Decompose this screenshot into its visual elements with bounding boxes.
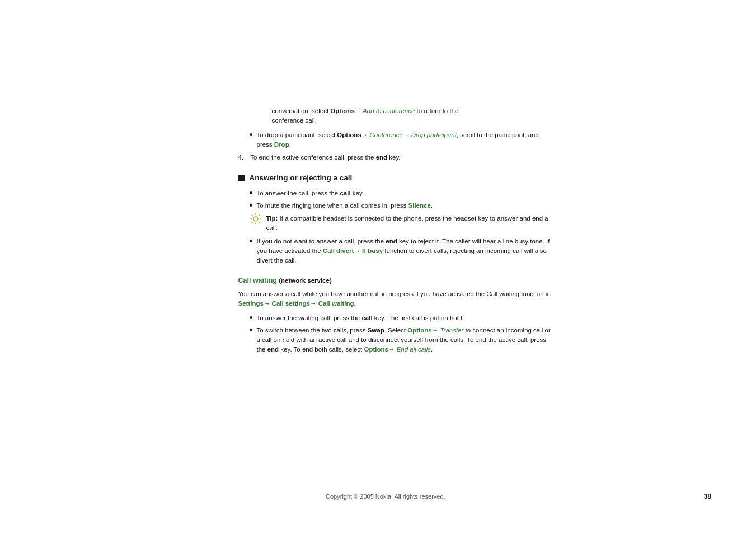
call-waiting-green: Call waiting xyxy=(316,300,354,307)
bullet-switch: To switch between the two calls, press S… xyxy=(250,326,552,355)
bullet-drop-text: To drop a participant, select Options→ C… xyxy=(257,130,552,150)
svg-line-5 xyxy=(251,215,252,216)
heading-square-icon xyxy=(238,175,245,181)
bullet-list-answering: To answer the call, press the call key. … xyxy=(250,189,552,211)
bullet-dot-1 xyxy=(250,133,252,136)
drop-participant-italic: Drop participant xyxy=(409,132,456,138)
call-waiting-green-heading: Call waiting xyxy=(238,277,277,284)
options-text: Options xyxy=(330,107,354,114)
bullet-dot-3 xyxy=(250,204,252,207)
bullet-dot-2 xyxy=(250,191,252,194)
bullet-dot-6 xyxy=(250,329,252,331)
bullet-dot-4 xyxy=(250,240,252,242)
transfer-italic: Transfer xyxy=(438,327,463,334)
svg-line-7 xyxy=(259,215,260,216)
if-busy-green: If busy xyxy=(360,247,383,254)
bullet-mute: To mute the ringing tone when a call com… xyxy=(250,201,552,210)
content-area: conversation, select Options→ Add to con… xyxy=(238,106,552,358)
call-divert-green: Call divert xyxy=(323,247,354,254)
call-waiting-normal-heading: (network service) xyxy=(277,277,332,284)
bullet-list-reject: If you do not want to answer a call, pre… xyxy=(250,237,552,266)
numbered-item-4: 4. To end the active conference call, pr… xyxy=(238,153,552,162)
svg-point-0 xyxy=(253,217,258,221)
call-key-bold-2: call xyxy=(361,315,372,321)
end-key-bold-3: end xyxy=(267,346,279,353)
options-green-2: Options xyxy=(407,327,431,334)
bullet-list-callwaiting: To answer the waiting call, press the ca… xyxy=(250,313,552,355)
conference-italic: Conference xyxy=(368,132,403,138)
arrow1: → xyxy=(355,107,361,114)
options-bold-1: Options xyxy=(337,132,361,138)
subsection-call-waiting: Call waiting (network service) xyxy=(238,275,552,286)
indent-line2: conference call. xyxy=(272,116,552,125)
drop-green: Drop xyxy=(274,141,289,148)
svg-line-6 xyxy=(259,222,260,223)
tip-label: Tip: xyxy=(266,215,278,222)
bullet-answer-text: To answer the call, press the call key. xyxy=(257,189,364,198)
tip-box: Tip: If a compatible headset is connecte… xyxy=(250,214,552,233)
settings-green: Settings xyxy=(238,300,264,307)
page-footer: Copyright © 2005 Nokia. All rights reser… xyxy=(0,493,756,500)
end-all-italic: End all calls xyxy=(395,346,431,353)
add-to-conference-text: Add to conference xyxy=(361,107,415,114)
swap-bold: Swap xyxy=(368,327,384,334)
call-settings-green: Call settings xyxy=(270,300,310,307)
indent-conversation-block: conversation, select Options→ Add to con… xyxy=(272,106,552,126)
tip-text: Tip: If a compatible headset is connecte… xyxy=(266,214,552,233)
num-4: 4. xyxy=(238,153,244,162)
svg-line-8 xyxy=(251,222,252,223)
bullet-switch-text: To switch between the two calls, press S… xyxy=(257,326,552,355)
copyright-text: Copyright © 2005 Nokia. All rights reser… xyxy=(67,493,704,500)
bullet-waiting-answer: To answer the waiting call, press the ca… xyxy=(250,313,552,323)
num4-text: To end the active conference call, press… xyxy=(247,153,400,162)
page: conversation, select Options→ Add to con… xyxy=(0,0,756,534)
call-key-bold-1: call xyxy=(340,190,350,196)
section-heading-text: Answering or rejecting a call xyxy=(250,172,353,184)
silence-green: Silence xyxy=(408,202,431,209)
bullet-dot-5 xyxy=(250,316,252,319)
bullet-drop-participant: To drop a participant, select Options→ C… xyxy=(250,130,552,150)
tip-icon xyxy=(250,213,262,225)
end-key-bold-1: end xyxy=(376,154,387,161)
options-green-3: Options xyxy=(364,346,388,353)
end-key-bold-2: end xyxy=(386,238,397,245)
bullet-mute-text: To mute the ringing tone when a call com… xyxy=(257,201,433,210)
bullet-reject: If you do not want to answer a call, pre… xyxy=(250,237,552,266)
bullet-reject-text: If you do not want to answer a call, pre… xyxy=(257,237,552,266)
bullet-answer: To answer the call, press the call key. xyxy=(250,189,552,198)
call-waiting-description: You can answer a call while you have ano… xyxy=(238,289,552,309)
bullet-waiting-answer-text: To answer the waiting call, press the ca… xyxy=(257,313,464,323)
indent-line1: conversation, select Options→ Add to con… xyxy=(272,106,552,116)
page-number: 38 xyxy=(704,493,711,500)
section-answering-heading: Answering or rejecting a call xyxy=(238,172,552,184)
bullet-list-drop: To drop a participant, select Options→ C… xyxy=(250,130,552,150)
